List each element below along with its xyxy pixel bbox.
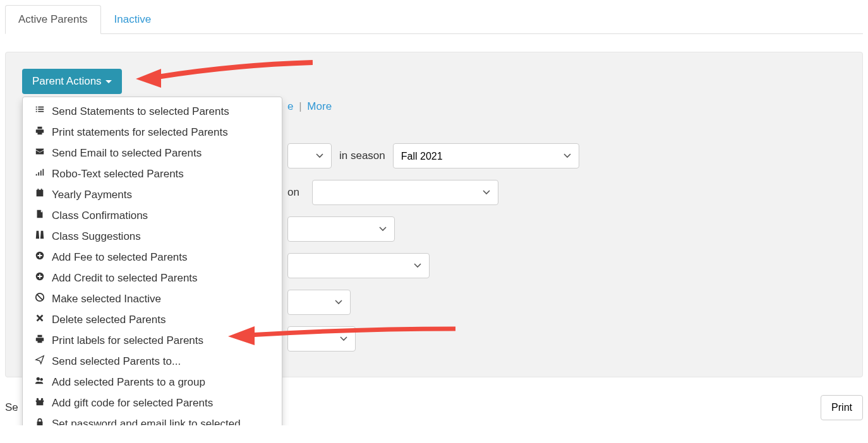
dropdown-item-5[interactable]: Class Confirmations [23,205,282,226]
filter-select-3[interactable] [287,216,395,242]
dropdown-item-6[interactable]: Class Suggestions [23,226,282,247]
filter-select-6[interactable] [287,326,356,351]
dropdown-item-14[interactable]: Add gift code for selected Parents [23,393,282,413]
dropdown-item-1[interactable]: Print statements for selected Parents [23,122,282,143]
filter-link-more[interactable]: More [307,100,332,112]
dropdown-item-label: Add Fee to selected Parents [52,251,188,264]
users-icon [34,375,45,389]
filter-link-partial[interactable]: e [287,100,293,112]
dropdown-item-2[interactable]: Send Email to selected Parents [23,143,282,163]
filter-panel: Parent Actions Send Statements to select… [5,52,863,377]
filter-links-row: e | More [287,100,846,113]
dropdown-item-3[interactable]: Robo-Text selected Parents [23,163,282,184]
dropdown-item-4[interactable]: Yearly Payments [23,184,282,205]
dropdown-item-label: Add Credit to selected Parents [52,272,198,285]
filter-select-1[interactable] [287,143,332,168]
filter-row-2: on [287,180,846,205]
in-season-label: in season [339,150,385,162]
svg-marker-0 [136,69,161,88]
filter-row-season: in season Fall 2021 [287,143,846,168]
dropdown-item-label: Make selected Inactive [52,293,161,305]
filter-link-separator: | [299,100,301,112]
dropdown-item-11[interactable]: Print labels for selected Parents [23,330,282,351]
dropdown-item-0[interactable]: Send Statements to selected Parents [23,101,282,122]
signal-icon [34,167,45,180]
dropdown-item-7[interactable]: Add Fee to selected Parents [23,247,282,268]
road-icon [34,230,45,243]
file-icon [34,209,45,222]
plus-circle-icon [34,271,45,285]
filter-row-6 [287,326,846,351]
plus-circle-icon [34,251,45,264]
dropdown-item-10[interactable]: Delete selected Parents [23,309,282,330]
dropdown-item-8[interactable]: Add Credit to selected Parents [23,268,282,288]
filter-row-5 [287,290,846,315]
dropdown-item-label: Send selected Parents to... [52,355,181,368]
lock-icon [34,417,45,425]
ban-icon [34,292,45,305]
dropdown-item-label: Add gift code for selected Parents [52,397,213,410]
dropdown-item-9[interactable]: Make selected Inactive [23,288,282,309]
dropdown-item-label: Send Email to selected Parents [52,147,202,160]
dropdown-item-label: Add selected Parents to a group [52,376,205,389]
filter-select-2[interactable] [312,180,498,205]
print-icon [34,334,45,347]
on-label-suffix: on [287,186,299,199]
caret-down-icon [105,80,112,83]
dropdown-item-label: Send Statements to selected Parents [52,105,229,118]
parent-actions-button[interactable]: Parent Actions [22,69,122,94]
parent-actions-label: Parent Actions [32,75,102,88]
dropdown-item-13[interactable]: Add selected Parents to a group [23,372,282,393]
filter-row-3 [287,216,846,242]
dropdown-item-label: Delete selected Parents [52,314,166,326]
filter-select-4[interactable] [287,253,430,278]
calendar-icon [34,188,45,201]
svg-point-5 [40,378,42,381]
gift-icon [34,396,45,410]
print-icon [34,126,45,139]
dropdown-item-label: Print statements for selected Parents [52,126,228,139]
envelope-icon [34,146,45,160]
filter-row-4 [287,253,846,278]
svg-point-4 [37,377,40,381]
print-button[interactable]: Print [821,395,863,420]
times-icon [34,313,45,326]
parent-actions-dropdown: Send Statements to selected ParentsPrint… [22,97,282,425]
tabs-bar: Active Parents Inactive [5,5,863,34]
bottom-left-partial: Se [5,401,18,414]
dropdown-item-label: Set password and email link to selected [52,418,241,426]
dropdown-item-label: Yearly Payments [52,189,132,201]
dropdown-item-label: Print labels for selected Parents [52,334,203,347]
tab-active-parents[interactable]: Active Parents [5,5,101,34]
season-select[interactable]: Fall 2021 [393,143,579,168]
dropdown-item-label: Class Confirmations [52,210,148,222]
filters-area: e | More in season Fall 2021 on [287,100,846,351]
dropdown-item-15[interactable]: Set password and email link to selected [23,413,282,425]
annotation-arrow-1 [136,60,313,92]
dropdown-item-label: Robo-Text selected Parents [52,168,184,180]
tab-inactive[interactable]: Inactive [101,5,165,34]
send-icon [34,355,45,368]
list-icon [34,105,45,118]
filter-select-5[interactable] [287,290,351,315]
dropdown-item-label: Class Suggestions [52,230,141,243]
dropdown-item-12[interactable]: Send selected Parents to... [23,351,282,372]
